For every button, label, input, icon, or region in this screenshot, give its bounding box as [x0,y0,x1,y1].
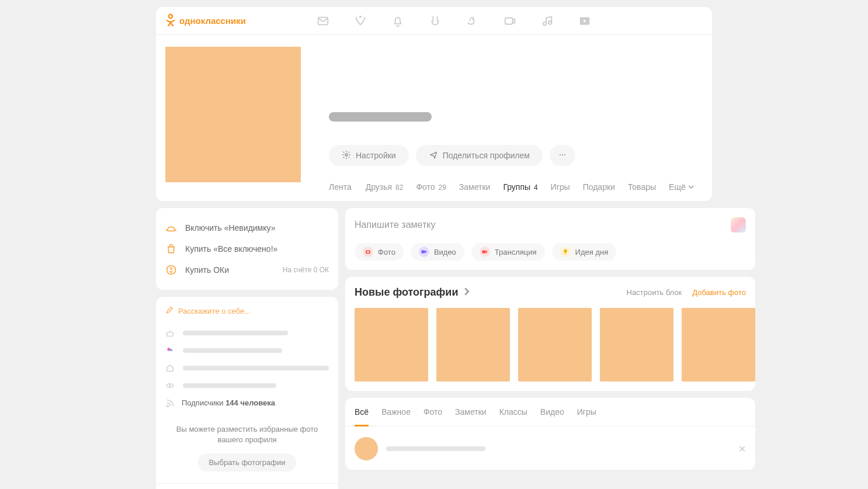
svg-rect-3 [505,18,513,24]
balloons-icon [165,346,176,355]
feed-tab-games[interactable]: Игры [577,407,596,426]
tab-photos[interactable]: Фото 29 [416,182,446,192]
gear-icon [342,150,351,161]
svg-point-9 [562,154,563,155]
about-line-birthday [165,324,329,342]
cake-icon [165,328,176,338]
photo-thumb[interactable] [682,308,755,382]
svg-point-2 [359,15,362,18]
composer-card: Напишите заметку Фото Видео Трансляция [345,208,755,270]
photos-title[interactable]: Новые фотографии [355,286,471,299]
more-actions-button[interactable] [550,145,575,166]
about-line-location [165,359,329,377]
feed-tab-video[interactable]: Видео [540,407,564,426]
brand-name: одноклассники [179,16,246,26]
add-photo-link[interactable]: Добавить фото [692,288,746,297]
share-profile-button[interactable]: Поделиться профилем [416,145,543,166]
about-edit-prompt[interactable]: Расскажите о себе... [165,306,329,316]
balance-label: На счёте 0 ОК [283,266,329,274]
svg-point-7 [345,154,348,156]
svg-point-17 [169,385,171,387]
about-note: Вы можете разместить избранные фото ваше… [165,424,329,445]
photo-thumb[interactable] [600,308,673,382]
choose-photos-button[interactable]: Выбрать фотографии [198,453,296,471]
video-icon [419,247,429,257]
svg-point-19 [367,251,369,253]
svg-point-16 [166,384,173,388]
svg-rect-21 [482,251,485,254]
svg-rect-20 [421,251,425,254]
messages-icon[interactable] [316,14,330,28]
quick-invisible-label: Включить «Невидимку» [185,223,275,233]
tab-feed[interactable]: Лента [329,182,353,192]
photo-thumb[interactable] [518,308,592,382]
feed-entry-text-placeholder [386,446,485,451]
tab-games[interactable]: Игры [551,182,570,192]
brand-logo[interactable]: одноклассники [165,13,246,28]
photo-thumb[interactable] [355,308,428,382]
chip-idea[interactable]: Идея дня [552,243,617,261]
quick-actions-card: Включить «Невидимку» Купить «Все включен… [156,208,338,290]
tab-groups[interactable]: Группы 4 [503,182,537,192]
close-icon[interactable]: ✕ [738,443,746,455]
live-icon [480,247,490,257]
composer-input[interactable]: Напишите заметку [355,220,435,230]
tab-more[interactable]: Ещё [669,182,694,192]
svg-point-15 [170,349,172,351]
guests-icon[interactable] [428,14,442,28]
settings-button[interactable]: Настройки [329,145,409,166]
tab-friends[interactable]: Друзья 82 [366,182,404,192]
music-icon[interactable] [540,14,554,28]
feed-entry: ✕ [355,426,746,460]
feed-card: Всё Важное Фото Заметки Классы Видео Игр… [345,398,755,470]
videos-icon[interactable] [578,14,592,28]
chip-live[interactable]: Трансляция [471,243,545,261]
photo-thumb[interactable] [436,308,510,382]
about-line-education [165,377,329,394]
quick-buy-oks-label: Купить ОКи [185,265,229,275]
svg-point-14 [167,348,170,351]
about-subscribers[interactable]: Подписчики 144 человека [165,394,329,414]
notifications-icon[interactable] [391,14,405,28]
feed-tab-all[interactable]: Всё [355,407,369,426]
configure-block-link[interactable]: Настроить блок [627,288,682,297]
quick-all-inclusive-label: Купить «Все включено!» [185,244,277,254]
share-label: Поделиться профилем [443,151,530,160]
about-line-relationship [165,342,329,359]
feed-tab-classes[interactable]: Классы [499,407,527,426]
feed-tab-notes[interactable]: Заметки [455,407,487,426]
tab-goods[interactable]: Товары [628,182,656,192]
video-nav-icon[interactable] [503,14,517,28]
gift-bag-icon [165,243,177,255]
svg-rect-13 [167,332,173,337]
quick-all-inclusive[interactable]: Купить «Все включено!» [165,238,329,259]
feedback-icon[interactable] [466,14,480,28]
header-nav [316,14,592,28]
tab-notes[interactable]: Заметки [459,182,491,192]
svg-point-8 [560,154,561,155]
feed-tab-important[interactable]: Важное [381,407,411,426]
photos-strip [355,308,755,382]
profile-avatar[interactable] [165,47,301,182]
quick-buy-oks[interactable]: Купить ОКи На счёте 0 ОК [165,259,329,280]
home-icon [165,363,176,373]
hat-icon [165,222,177,234]
eye-icon [165,381,176,390]
edit-personal-link[interactable]: Редактировать личные данные [156,483,338,489]
profile-tabs: Лента Друзья 82 Фото 29 Заметки Группы 4… [329,182,694,201]
chip-photo[interactable]: Фото [355,243,404,261]
tab-gifts[interactable]: Подарки [583,182,615,192]
chevron-down-icon [688,182,694,192]
camera-icon [363,247,373,257]
rss-icon [165,398,175,410]
feed-entry-avatar[interactable] [355,437,378,460]
svg-point-10 [564,154,565,155]
feed-tab-photo[interactable]: Фото [423,407,442,426]
discussions-icon[interactable] [353,14,367,28]
composer-sticker-icon[interactable] [731,217,746,233]
svg-point-11 [167,266,176,275]
profile-header-card: Настройки Поделиться профилем [156,35,712,201]
quick-invisible[interactable]: Включить «Невидимку» [165,217,329,238]
chip-video[interactable]: Видео [411,243,464,261]
ok-logo-icon [165,13,176,28]
